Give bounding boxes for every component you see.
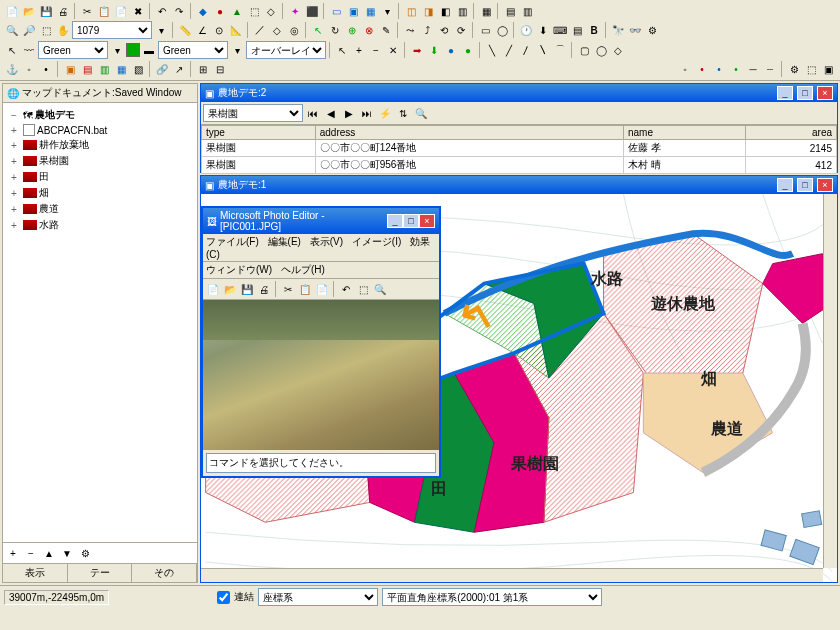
fill-icon[interactable]: ▬: [141, 42, 157, 58]
angle-icon[interactable]: ∠: [194, 22, 210, 38]
shape-icon[interactable]: ◇: [610, 42, 626, 58]
remove-icon[interactable]: −: [23, 545, 39, 561]
layer-icon[interactable]: ▣: [62, 61, 78, 77]
expand-icon[interactable]: +: [7, 188, 21, 199]
expand-icon[interactable]: +: [7, 125, 21, 136]
table-row[interactable]: 果樹園〇〇市〇〇町124番地佐藤 孝2145: [202, 140, 837, 157]
target-icon[interactable]: ◎: [286, 22, 302, 38]
draw-poly-icon[interactable]: ◇: [269, 22, 285, 38]
layer-icon[interactable]: ▤: [79, 61, 95, 77]
export-icon[interactable]: ↗: [171, 61, 187, 77]
clock-icon[interactable]: 🕐: [518, 22, 534, 38]
tree-item[interactable]: +田: [7, 169, 193, 185]
color2-combo[interactable]: Green: [158, 41, 228, 59]
tool-icon[interactable]: ◆: [195, 3, 211, 19]
paste-icon[interactable]: 📄: [314, 281, 330, 297]
menu-icon[interactable]: ▤: [569, 22, 585, 38]
bold-icon[interactable]: B: [586, 22, 602, 38]
scrollbar-horizontal[interactable]: [201, 568, 823, 582]
expand-icon[interactable]: +: [7, 156, 21, 167]
wand-icon[interactable]: ✦: [287, 3, 303, 19]
map-canvas[interactable]: 水路 遊休農地 畑 農道 果樹園 田 ↰ 🖼 Microsoft Photo E…: [201, 194, 837, 582]
ungroup-icon[interactable]: ⊟: [212, 61, 228, 77]
anchor-icon[interactable]: ⚓: [4, 61, 20, 77]
collapse-icon[interactable]: −: [7, 110, 21, 121]
col-area[interactable]: area: [745, 126, 836, 140]
table-row[interactable]: 果樹園〇〇市〇〇町956番地木村 晴412: [202, 157, 837, 174]
map-window-titlebar[interactable]: ▣ 農地デモ:1 _ □ ×: [201, 176, 837, 194]
close-button[interactable]: ×: [817, 178, 833, 192]
pointer-icon[interactable]: ↖: [4, 42, 20, 58]
open-icon[interactable]: 📂: [21, 3, 37, 19]
paste-icon[interactable]: 📄: [113, 3, 129, 19]
layer-icon[interactable]: ▦: [113, 61, 129, 77]
curve-icon[interactable]: 〰: [21, 42, 37, 58]
polyline-icon[interactable]: 〳: [518, 42, 534, 58]
add-icon[interactable]: +: [5, 545, 21, 561]
next-icon[interactable]: ▶: [341, 105, 357, 121]
arc-icon[interactable]: ⌒: [552, 42, 568, 58]
minimize-button[interactable]: _: [387, 214, 403, 228]
crs-combo[interactable]: 平面直角座標系(2000):01 第1系: [382, 588, 602, 606]
pan-icon[interactable]: ✋: [55, 22, 71, 38]
link-icon[interactable]: 🔗: [154, 61, 170, 77]
layer-select[interactable]: 果樹園: [203, 104, 303, 122]
table-window-titlebar[interactable]: ▣ 農地デモ:2 _ □ ×: [201, 84, 837, 102]
tab-display[interactable]: 表示: [3, 564, 68, 582]
scrollbar-vertical[interactable]: [823, 194, 837, 568]
tool-icon[interactable]: ⬚: [803, 61, 819, 77]
compass-icon[interactable]: ⊙: [211, 22, 227, 38]
edit-icon[interactable]: ✎: [378, 22, 394, 38]
tool-icon[interactable]: ◇: [263, 3, 279, 19]
binoculars-icon[interactable]: 👓: [627, 22, 643, 38]
path-icon[interactable]: ⟳: [453, 22, 469, 38]
minus-icon[interactable]: −: [368, 42, 384, 58]
save-icon[interactable]: 💾: [239, 281, 255, 297]
window-icon[interactable]: ▭: [328, 3, 344, 19]
snap-icon[interactable]: ◦: [677, 61, 693, 77]
first-icon[interactable]: ⏮: [305, 105, 321, 121]
path-icon[interactable]: ⤳: [402, 22, 418, 38]
color-swatch[interactable]: [126, 43, 140, 57]
menu-window[interactable]: ウィンドウ(W): [206, 264, 272, 275]
maximize-button[interactable]: □: [403, 214, 419, 228]
copy-icon[interactable]: 📋: [297, 281, 313, 297]
menu-view[interactable]: 表示(V): [310, 236, 343, 247]
dash-icon[interactable]: ┄: [762, 61, 778, 77]
tool-icon[interactable]: ⌨: [552, 22, 568, 38]
zoom-out-icon[interactable]: 🔎: [21, 22, 37, 38]
photo-titlebar[interactable]: 🖼 Microsoft Photo Editor - [PIC001.JPG] …: [203, 208, 439, 234]
new-icon[interactable]: 📄: [205, 281, 221, 297]
copy-icon[interactable]: 📋: [96, 3, 112, 19]
dropdown-icon[interactable]: ▾: [229, 42, 245, 58]
arrow-down-icon[interactable]: ⬇: [426, 42, 442, 58]
tool-icon[interactable]: ▣: [820, 61, 836, 77]
close-button[interactable]: ×: [817, 86, 833, 100]
polyline-icon[interactable]: 〵: [535, 42, 551, 58]
minimize-button[interactable]: _: [777, 86, 793, 100]
window-icon[interactable]: ▾: [379, 3, 395, 19]
maximize-button[interactable]: □: [797, 86, 813, 100]
zoom-rect-icon[interactable]: ⬚: [38, 22, 54, 38]
redo-icon[interactable]: ↷: [171, 3, 187, 19]
close-button[interactable]: ×: [419, 214, 435, 228]
expand-icon[interactable]: +: [7, 140, 21, 151]
last-icon[interactable]: ⏭: [359, 105, 375, 121]
menu-help[interactable]: ヘルプ(H): [281, 264, 325, 275]
ruler-icon[interactable]: 📐: [228, 22, 244, 38]
tool-icon[interactable]: ▭: [477, 22, 493, 38]
select-icon[interactable]: ↖: [310, 22, 326, 38]
line-tool-icon[interactable]: ╲: [484, 42, 500, 58]
layer-icon[interactable]: ▧: [130, 61, 146, 77]
layer-icon[interactable]: ◧: [437, 3, 453, 19]
tree-item[interactable]: +果樹園: [7, 153, 193, 169]
filter-icon[interactable]: ⚡: [377, 105, 393, 121]
sort-icon[interactable]: ⇅: [395, 105, 411, 121]
tool-icon[interactable]: ▥: [519, 3, 535, 19]
shape-icon[interactable]: ◯: [593, 42, 609, 58]
col-address[interactable]: address: [315, 126, 623, 140]
rotate-icon[interactable]: ↻: [327, 22, 343, 38]
photo-editor-window[interactable]: 🖼 Microsoft Photo Editor - [PIC001.JPG] …: [201, 206, 441, 478]
cursor-icon[interactable]: ↖: [334, 42, 350, 58]
path-icon[interactable]: ⤴: [419, 22, 435, 38]
